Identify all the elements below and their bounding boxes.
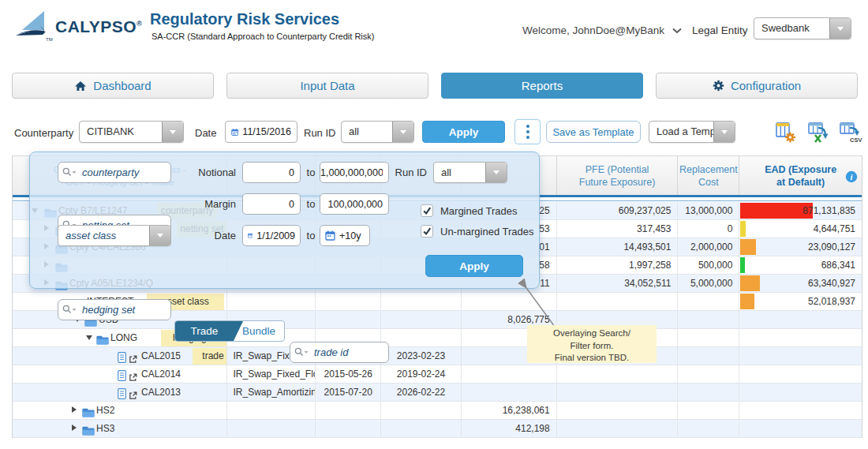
margin-to-input[interactable]: [320, 193, 389, 215]
unmargined-label: Un-margined Trades: [440, 225, 534, 238]
run-id-select[interactable]: all: [341, 121, 414, 143]
ead-heat-bar: [740, 239, 756, 255]
tree-node-label: CAL2015: [141, 347, 181, 365]
value-cell: 16,238,061: [462, 402, 557, 419]
trade-bundle-toggle[interactable]: Trade Bundle: [174, 320, 285, 342]
filter-date-label: Date: [148, 225, 236, 246]
tree-node-label: CAL2013: [141, 384, 181, 401]
dropdown-arrow-icon[interactable]: [392, 122, 413, 142]
to-label: to: [304, 193, 318, 215]
tab-label: Reports: [522, 79, 563, 92]
unmargined-trades-option[interactable]: Un-margined Trades: [421, 225, 534, 238]
doc-icon-wrap: [118, 351, 126, 365]
rc-header: ReplacementCost: [678, 156, 739, 195]
column-settings-icon[interactable]: [775, 122, 796, 143]
table-row[interactable]: CAL2014IR_Swap_Fixed_Float2015-05-262019…: [13, 365, 862, 384]
legal-entity-value: Swedbank: [754, 18, 829, 39]
trade-type-cell: IR_Swap_Fixed_Float: [227, 365, 316, 383]
pfe-cell: [557, 293, 679, 310]
tree-caret-collapsed-icon[interactable]: [72, 425, 77, 431]
counterparty-value: CITIBANK: [80, 122, 162, 142]
end-date-cell: [381, 329, 462, 346]
info-icon[interactable]: i: [845, 170, 858, 183]
date-from-input[interactable]: 1/1/2009: [242, 225, 301, 246]
filter-apply-button[interactable]: Apply: [425, 255, 523, 277]
rc-cell: [678, 347, 739, 365]
ead-cell: 686,341: [739, 256, 862, 274]
filter-run-id-select[interactable]: all: [433, 162, 507, 183]
rc-cell: 0: [678, 220, 739, 238]
dropdown-arrow-icon[interactable]: [162, 122, 183, 142]
date-to-input[interactable]: +10y: [320, 225, 370, 246]
margin-label: Margin: [148, 193, 236, 215]
dropdown-arrow-icon[interactable]: [485, 163, 507, 182]
tab-label: Configuration: [731, 79, 801, 92]
vertical-dots-icon: [526, 125, 529, 128]
rc-cell: 500,000: [678, 256, 739, 274]
open-trade-link[interactable]: [129, 388, 137, 401]
check-icon: [422, 206, 432, 215]
margined-trades-option[interactable]: Margined Trades: [421, 204, 518, 218]
legal-entity-select[interactable]: Swedbank: [754, 17, 851, 39]
margined-checkbox[interactable]: [421, 204, 433, 217]
counterparty-label: Counterparty: [14, 127, 73, 139]
pfe-header: PFE (PotentialFuture Exposure): [557, 156, 679, 195]
tab-input-data[interactable]: Input Data: [226, 73, 428, 99]
end-date-cell: [381, 293, 462, 310]
tab-configuration[interactable]: Configuration: [656, 73, 858, 99]
ead-cell: 52,018,937: [739, 293, 862, 310]
search-icon: [294, 347, 309, 357]
hedging-set-search[interactable]: [58, 299, 171, 320]
notional-label: Notional: [148, 162, 236, 183]
external-link-icon: [129, 373, 137, 382]
apply-button[interactable]: Apply: [422, 121, 505, 143]
save-as-template-button[interactable]: Save as Template: [546, 121, 641, 143]
ead-cell: 4,644,751: [739, 220, 862, 238]
tab-dashboard[interactable]: Dashboard: [12, 73, 214, 99]
pfe-cell: [557, 365, 679, 383]
table-row[interactable]: HS3412,198: [13, 420, 862, 438]
to-label: to: [304, 225, 318, 246]
calypso-logo: TM: [14, 8, 54, 43]
table-row[interactable]: HS216,238,061: [13, 402, 862, 420]
ead-cell: [739, 329, 862, 346]
more-options-button[interactable]: [514, 119, 541, 144]
table-row[interactable]: LONGhedging set: [13, 329, 862, 347]
counterparty-select[interactable]: CITIBANK: [79, 121, 184, 143]
ead-heat-bar: [740, 294, 754, 309]
rc-cell: 5,000,000: [678, 275, 739, 292]
rc-cell: 2,000,000: [678, 238, 739, 256]
svg-text:TM: TM: [46, 37, 53, 42]
tab-reports[interactable]: Reports: [441, 73, 643, 99]
tab-label: Input Data: [300, 79, 354, 92]
dropdown-arrow-icon[interactable]: [829, 18, 851, 39]
date-to-value: +10y: [339, 230, 361, 241]
unmargined-checkbox[interactable]: [421, 225, 433, 238]
export-csv-icon[interactable]: CSV: [840, 122, 862, 143]
margin-from-input[interactable]: [242, 193, 301, 215]
dropdown-arrow-icon[interactable]: [713, 122, 735, 142]
page-title: Regulatory Risk Services: [150, 10, 339, 28]
value-cell: [462, 384, 557, 401]
annotation-line: Overlaying Search/: [527, 327, 657, 340]
open-trade-link[interactable]: [129, 370, 137, 383]
tree-node-label: HS2: [96, 402, 114, 419]
notional-to-input[interactable]: [320, 162, 389, 183]
rc-cell: [678, 384, 739, 401]
pfe-cell: [557, 420, 679, 437]
toggle-bundle[interactable]: Bundle: [234, 321, 284, 341]
tree-node-label: HS3: [96, 420, 114, 437]
tree-node-label: CAL2014: [141, 365, 181, 383]
trade-id-search[interactable]: [290, 342, 389, 363]
table-row[interactable]: CAL2013IR_Swap_Amortizing2015-07-202026-…: [13, 384, 862, 402]
folder-icon-wrap: [96, 333, 109, 346]
notional-from-input[interactable]: [242, 162, 301, 183]
tree-caret-expanded-icon[interactable]: [86, 335, 92, 340]
user-menu[interactable]: Welcome, JohnDoe@MyBank: [522, 24, 682, 36]
table-row[interactable]: CAL2015tradeIR_Swap_Fixed_Float2015-05-2…: [13, 347, 862, 365]
export-excel-icon[interactable]: [808, 122, 829, 143]
tree-caret-collapsed-icon[interactable]: [72, 406, 77, 413]
date-input[interactable]: 11/15/2016: [225, 121, 297, 143]
open-trade-link[interactable]: [129, 352, 137, 365]
load-template-select[interactable]: Load a Template: [649, 121, 735, 143]
